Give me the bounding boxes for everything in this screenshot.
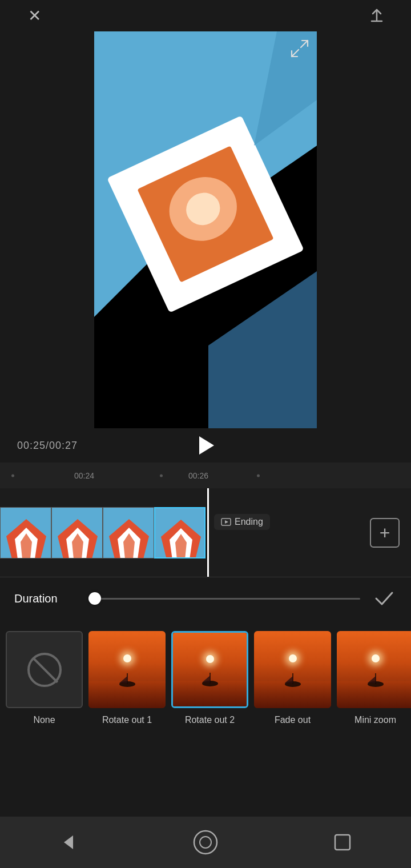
duration-slider[interactable] <box>88 598 360 600</box>
effect-rotate-out-1-label: Rotate out 1 <box>102 715 152 725</box>
svg-marker-29 <box>225 520 228 524</box>
confirm-button[interactable] <box>372 586 397 611</box>
effect-rotate-out-1-thumb <box>88 631 166 708</box>
svg-marker-41 <box>368 676 376 683</box>
fullscreen-button[interactable] <box>288 37 311 60</box>
playback-bar: 00:25/00:27 <box>0 428 411 463</box>
add-clip-button[interactable]: + <box>370 518 400 548</box>
slider-thumb[interactable] <box>88 592 101 605</box>
square-nav-button[interactable] <box>325 825 360 859</box>
upload-icon <box>367 5 386 27</box>
sunset-sun <box>206 655 214 663</box>
boat-icon <box>199 670 221 688</box>
close-button[interactable]: ✕ <box>17 0 51 33</box>
svg-line-11 <box>292 50 299 57</box>
back-nav-button[interactable] <box>51 825 86 859</box>
effect-rotate-out-2-thumb <box>171 631 248 708</box>
track-strip <box>0 507 206 558</box>
time-display: 00:25/00:27 <box>17 440 78 452</box>
svg-marker-38 <box>285 676 293 683</box>
sunset-sun <box>372 654 380 662</box>
boat-icon <box>365 670 386 689</box>
play-button[interactable] <box>193 433 218 458</box>
effect-rotate-out-2-label: Rotate out 2 <box>185 715 235 725</box>
svg-marker-35 <box>202 676 210 682</box>
play-icon <box>199 436 214 455</box>
sunset-sun <box>123 654 131 662</box>
boat-icon <box>116 670 138 689</box>
svg-point-43 <box>194 831 217 854</box>
svg-point-44 <box>200 837 211 848</box>
track-thumb-3[interactable] <box>103 507 154 558</box>
effect-rotate-out-1[interactable]: Rotate out 1 <box>88 631 166 725</box>
upload-button[interactable] <box>360 0 394 33</box>
video-preview <box>94 31 317 428</box>
timeline-area: Ending + <box>0 488 411 577</box>
effect-none[interactable]: None <box>6 631 83 725</box>
close-icon: ✕ <box>28 6 41 25</box>
playhead <box>207 488 209 577</box>
svg-line-10 <box>301 41 308 47</box>
add-icon: + <box>380 524 390 542</box>
ruler-dot <box>160 474 163 477</box>
top-bar: ✕ <box>0 0 411 31</box>
effect-none-thumb <box>6 631 83 708</box>
effect-fade-out-label: Fade out <box>275 715 311 725</box>
track-thumb-1[interactable] <box>0 507 51 558</box>
ruler-dot <box>11 474 14 477</box>
svg-marker-42 <box>64 835 73 849</box>
no-sign-icon <box>27 653 62 687</box>
effect-mini-zoom[interactable]: Mini zoom <box>337 631 411 725</box>
svg-marker-32 <box>119 676 127 683</box>
sunset-sun <box>289 654 297 662</box>
bottom-nav <box>0 817 411 868</box>
video-canvas <box>94 31 317 428</box>
duration-label: Duration <box>14 592 77 605</box>
effects-row: None Rotate out 1 <box>0 620 411 748</box>
home-nav-button[interactable] <box>188 825 223 859</box>
svg-rect-45 <box>335 835 350 850</box>
ending-label: Ending <box>214 514 270 530</box>
track-thumb-4[interactable] <box>154 507 206 558</box>
effect-fade-out-thumb <box>254 631 331 708</box>
track-thumb-2[interactable] <box>51 507 103 558</box>
duration-bar: Duration <box>0 577 411 620</box>
boat-icon <box>282 670 304 689</box>
effect-mini-zoom-thumb <box>337 631 411 708</box>
ruler-time-2: 00:26 <box>188 471 208 480</box>
effect-mini-zoom-label: Mini zoom <box>354 715 396 725</box>
timeline-ruler: 00:24 00:26 <box>0 463 411 488</box>
ruler-dot <box>257 474 260 477</box>
effect-rotate-out-2[interactable]: Rotate out 2 <box>171 631 248 725</box>
ruler-time-1: 00:24 <box>74 471 94 480</box>
effect-fade-out[interactable]: Fade out <box>254 631 331 725</box>
video-frame <box>94 31 317 428</box>
effect-none-label: None <box>33 715 55 725</box>
